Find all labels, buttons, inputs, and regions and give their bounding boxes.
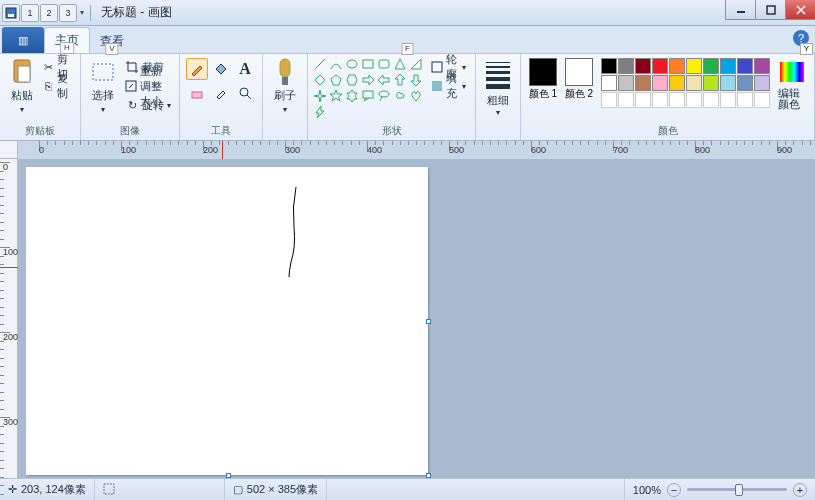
diamond-shape[interactable] [314,74,326,86]
qat-dropdown-icon[interactable]: ▾ [78,8,86,17]
polygon-shape[interactable] [394,58,406,70]
color-swatch[interactable] [652,75,668,91]
color-swatch[interactable] [669,92,685,108]
close-button[interactable] [785,0,815,20]
zoom-out-button[interactable]: − [667,483,681,497]
ruler-v-label: 0 [3,162,8,172]
canvas-handle-s[interactable] [226,473,231,478]
callout-cloud-shape[interactable] [394,90,406,102]
arrow-up-shape[interactable] [394,74,406,86]
pencil-tool[interactable] [186,58,208,80]
fill-tool[interactable] [210,58,232,80]
color-swatch[interactable] [686,58,702,74]
resize-button[interactable]: 重新调整大小 [123,77,173,95]
oval-shape[interactable] [346,58,358,70]
svg-rect-7 [18,66,30,82]
arrow-right-shape[interactable] [362,74,374,86]
roundrect-shape[interactable] [378,58,390,70]
callout-oval-shape[interactable] [378,90,390,102]
paste-label: 粘贴 [11,88,33,103]
rect-shape[interactable] [362,58,374,70]
line-shape[interactable] [314,58,326,70]
star4-shape[interactable] [314,90,326,102]
color-swatch[interactable] [686,75,702,91]
zoom-thumb[interactable] [735,484,743,496]
canvas[interactable] [26,167,428,475]
color-swatch[interactable] [720,92,736,108]
qat-badge-3[interactable]: 3 [59,4,77,22]
zoom-in-button[interactable]: + [793,483,807,497]
eraser-tool[interactable] [186,82,208,104]
color-swatch[interactable] [703,75,719,91]
color-swatch[interactable] [720,75,736,91]
color-swatch[interactable] [754,75,770,91]
color-swatch[interactable] [601,75,617,91]
minimize-button[interactable] [725,0,755,20]
color-swatch[interactable] [737,92,753,108]
paste-button[interactable]: 粘贴 ▾ [4,56,40,116]
lightning-shape[interactable] [314,106,326,118]
window-controls [725,0,815,20]
select-button[interactable]: 选择 ▾ [85,56,121,116]
picker-tool[interactable] [210,82,232,104]
tab-view[interactable]: 查看 V [90,29,134,53]
text-tool[interactable]: A [234,58,256,80]
brushes-button[interactable]: 刷子 ▾ [267,56,303,116]
color-swatch[interactable] [703,92,719,108]
ruler-corner [0,141,18,159]
color2-button[interactable]: 颜色 2 [561,56,597,99]
color-swatch[interactable] [635,92,651,108]
color-swatch[interactable] [720,58,736,74]
separator [90,5,91,21]
rotate-button[interactable]: ↻旋转▾ [123,96,173,114]
color-swatch[interactable] [635,58,651,74]
color-swatch[interactable] [754,92,770,108]
group-clipboard: 粘贴 ▾ ✂剪切 ⎘复制 剪贴板 [0,54,81,140]
edit-colors-button[interactable]: 编辑颜色 [774,56,810,112]
curve-shape[interactable] [330,58,342,70]
color-swatch[interactable] [737,75,753,91]
color-swatch[interactable] [669,58,685,74]
qat-save-icon[interactable] [2,4,20,22]
tab-home[interactable]: 主页 H [44,27,90,53]
color-swatch[interactable] [618,58,634,74]
color-swatch[interactable] [737,58,753,74]
maximize-button[interactable] [755,0,785,20]
color-swatch[interactable] [754,58,770,74]
zoom-slider[interactable] [687,488,787,491]
shape-fill-button[interactable]: 填充▾ [429,77,468,95]
magnifier-tool[interactable] [234,82,256,104]
star5-shape[interactable] [330,90,342,102]
color-swatch[interactable] [652,58,668,74]
qat-badge-1[interactable]: 1 [21,4,39,22]
color-swatch[interactable] [669,75,685,91]
pentagon-shape[interactable] [330,74,342,86]
arrow-left-shape[interactable] [378,74,390,86]
qat-badge-2[interactable]: 2 [40,4,58,22]
ruler-h-label: 300 [285,145,300,155]
heart-shape[interactable] [410,90,422,102]
shape-gallery[interactable] [312,56,426,122]
thickness-icon [484,58,512,93]
color-swatch[interactable] [635,75,651,91]
color-swatch[interactable] [686,92,702,108]
copy-button[interactable]: ⎘复制 [42,77,74,95]
star6-shape[interactable] [346,90,358,102]
color-swatch[interactable] [618,75,634,91]
arrow-down-shape[interactable] [410,74,422,86]
color-swatch[interactable] [601,92,617,108]
color-swatch[interactable] [652,92,668,108]
thickness-button[interactable]: 粗细 ▾ [480,56,516,119]
canvas-handle-e[interactable] [426,319,431,324]
color-swatch[interactable] [703,58,719,74]
color-swatch[interactable] [601,58,617,74]
hexagon-shape[interactable] [346,74,358,86]
callout-rect-shape[interactable] [362,90,374,102]
canvas-viewport[interactable] [18,159,815,478]
canvas-handle-se[interactable] [426,473,431,478]
triangle-shape[interactable] [410,58,422,70]
color-swatch[interactable] [618,92,634,108]
file-menu-button[interactable]: ▥ F [2,27,44,53]
chevron-down-icon: ▾ [283,105,287,114]
color1-button[interactable]: 颜色 1 [525,56,561,99]
